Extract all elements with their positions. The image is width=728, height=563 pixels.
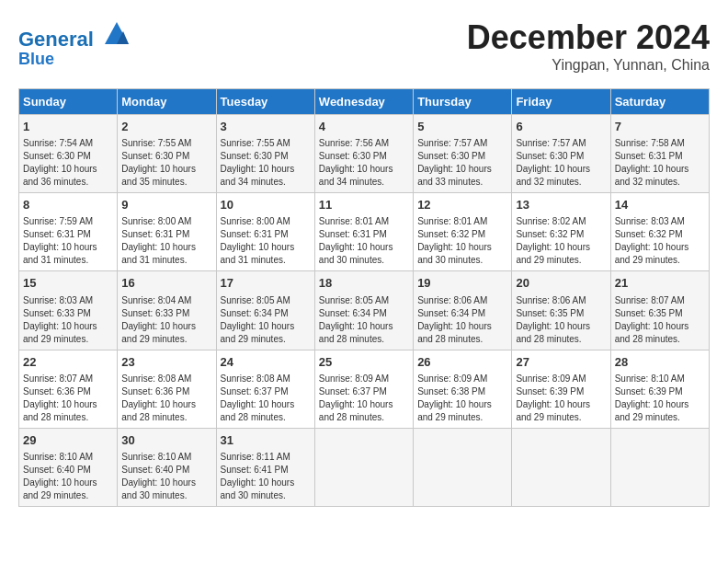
calendar-cell: 25Sunrise: 8:09 AM Sunset: 6:37 PM Dayli… [314, 350, 413, 428]
calendar-cell: 5Sunrise: 7:57 AM Sunset: 6:30 PM Daylig… [414, 115, 512, 193]
day-info: Sunrise: 8:01 AM Sunset: 6:31 PM Dayligh… [319, 215, 409, 267]
day-number: 24 [221, 354, 311, 371]
day-number: 8 [23, 197, 113, 213]
day-number: 18 [319, 275, 409, 292]
calendar-cell: 29Sunrise: 8:10 AM Sunset: 6:40 PM Dayli… [19, 428, 118, 506]
day-info: Sunrise: 8:00 AM Sunset: 6:31 PM Dayligh… [121, 215, 211, 267]
calendar-cell [512, 428, 610, 506]
day-number: 16 [121, 275, 211, 292]
day-info: Sunrise: 8:10 AM Sunset: 6:39 PM Dayligh… [615, 373, 705, 424]
calendar-cell: 28Sunrise: 8:10 AM Sunset: 6:39 PM Dayli… [610, 350, 709, 428]
month-title: December 2024 [467, 18, 710, 57]
day-info: Sunrise: 8:00 AM Sunset: 6:31 PM Dayligh… [221, 215, 311, 267]
calendar-cell: 13Sunrise: 8:02 AM Sunset: 6:32 PM Dayli… [512, 193, 610, 271]
calendar-cell: 31Sunrise: 8:11 AM Sunset: 6:41 PM Dayli… [216, 428, 314, 506]
day-number: 17 [221, 275, 311, 292]
day-info: Sunrise: 8:10 AM Sunset: 6:40 PM Dayligh… [23, 451, 113, 502]
weekday-header-monday: Monday [118, 89, 216, 115]
day-info: Sunrise: 8:01 AM Sunset: 6:32 PM Dayligh… [417, 215, 507, 267]
day-number: 22 [23, 354, 113, 371]
page-header: General Blue December 2024 Yingpan, Yunn… [18, 18, 710, 74]
day-info: Sunrise: 8:03 AM Sunset: 6:33 PM Dayligh… [23, 294, 113, 346]
logo-icon [103, 18, 131, 46]
calendar-cell: 27Sunrise: 8:09 AM Sunset: 6:39 PM Dayli… [512, 350, 610, 428]
calendar-cell: 10Sunrise: 8:00 AM Sunset: 6:31 PM Dayli… [216, 193, 314, 271]
calendar-cell: 4Sunrise: 7:56 AM Sunset: 6:30 PM Daylig… [314, 115, 413, 193]
calendar-cell: 1Sunrise: 7:54 AM Sunset: 6:30 PM Daylig… [19, 115, 118, 193]
day-number: 2 [121, 119, 211, 135]
calendar-cell [314, 428, 413, 506]
logo: General Blue [18, 18, 131, 69]
day-number: 3 [221, 119, 311, 135]
calendar-cell: 24Sunrise: 8:08 AM Sunset: 6:37 PM Dayli… [216, 350, 314, 428]
day-number: 9 [121, 197, 211, 213]
calendar-week-2: 8Sunrise: 7:59 AM Sunset: 6:31 PM Daylig… [19, 193, 710, 271]
day-info: Sunrise: 8:09 AM Sunset: 6:37 PM Dayligh… [319, 373, 409, 424]
day-number: 11 [319, 197, 409, 213]
weekday-header-saturday: Saturday [610, 89, 709, 115]
day-number: 14 [615, 197, 705, 213]
day-info: Sunrise: 8:06 AM Sunset: 6:34 PM Dayligh… [417, 294, 507, 346]
day-info: Sunrise: 7:55 AM Sunset: 6:30 PM Dayligh… [221, 137, 311, 189]
day-info: Sunrise: 8:08 AM Sunset: 6:36 PM Dayligh… [121, 373, 211, 424]
calendar-cell: 12Sunrise: 8:01 AM Sunset: 6:32 PM Dayli… [414, 193, 512, 271]
day-info: Sunrise: 8:09 AM Sunset: 6:38 PM Dayligh… [417, 373, 507, 424]
day-info: Sunrise: 8:04 AM Sunset: 6:33 PM Dayligh… [121, 294, 211, 346]
day-number: 5 [417, 119, 507, 135]
calendar-cell: 16Sunrise: 8:04 AM Sunset: 6:33 PM Dayli… [118, 271, 216, 350]
calendar-cell: 23Sunrise: 8:08 AM Sunset: 6:36 PM Dayli… [118, 350, 216, 428]
calendar-cell: 17Sunrise: 8:05 AM Sunset: 6:34 PM Dayli… [216, 271, 314, 350]
day-info: Sunrise: 7:56 AM Sunset: 6:30 PM Dayligh… [319, 137, 409, 189]
day-info: Sunrise: 8:09 AM Sunset: 6:39 PM Dayligh… [516, 373, 606, 424]
calendar-week-4: 22Sunrise: 8:07 AM Sunset: 6:36 PM Dayli… [19, 350, 710, 428]
calendar-cell: 30Sunrise: 8:10 AM Sunset: 6:40 PM Dayli… [118, 428, 216, 506]
day-info: Sunrise: 7:57 AM Sunset: 6:30 PM Dayligh… [516, 137, 606, 189]
calendar-cell: 21Sunrise: 8:07 AM Sunset: 6:35 PM Dayli… [610, 271, 709, 350]
day-info: Sunrise: 8:02 AM Sunset: 6:32 PM Dayligh… [516, 215, 606, 267]
day-info: Sunrise: 8:03 AM Sunset: 6:32 PM Dayligh… [615, 215, 705, 267]
day-info: Sunrise: 7:57 AM Sunset: 6:30 PM Dayligh… [417, 137, 507, 189]
calendar-cell: 20Sunrise: 8:06 AM Sunset: 6:35 PM Dayli… [512, 271, 610, 350]
logo-general: General [18, 28, 94, 51]
day-info: Sunrise: 7:54 AM Sunset: 6:30 PM Dayligh… [23, 137, 113, 189]
title-block: December 2024 Yingpan, Yunnan, China [467, 18, 710, 74]
calendar-cell: 22Sunrise: 8:07 AM Sunset: 6:36 PM Dayli… [19, 350, 118, 428]
day-info: Sunrise: 8:05 AM Sunset: 6:34 PM Dayligh… [319, 294, 409, 346]
day-info: Sunrise: 8:06 AM Sunset: 6:35 PM Dayligh… [516, 294, 606, 346]
calendar-cell [610, 428, 709, 506]
day-info: Sunrise: 7:58 AM Sunset: 6:31 PM Dayligh… [615, 137, 705, 189]
day-number: 29 [23, 432, 113, 449]
calendar-week-5: 29Sunrise: 8:10 AM Sunset: 6:40 PM Dayli… [19, 428, 710, 506]
day-number: 25 [319, 354, 409, 371]
day-info: Sunrise: 8:08 AM Sunset: 6:37 PM Dayligh… [221, 373, 311, 424]
calendar-cell: 2Sunrise: 7:55 AM Sunset: 6:30 PM Daylig… [118, 115, 216, 193]
calendar-cell: 7Sunrise: 7:58 AM Sunset: 6:31 PM Daylig… [610, 115, 709, 193]
calendar-cell: 9Sunrise: 8:00 AM Sunset: 6:31 PM Daylig… [118, 193, 216, 271]
weekday-header-row: SundayMondayTuesdayWednesdayThursdayFrid… [19, 89, 710, 115]
day-number: 15 [23, 275, 113, 292]
weekday-header-sunday: Sunday [19, 89, 118, 115]
day-number: 10 [221, 197, 311, 213]
weekday-header-friday: Friday [512, 89, 610, 115]
calendar-cell: 15Sunrise: 8:03 AM Sunset: 6:33 PM Dayli… [19, 271, 118, 350]
day-info: Sunrise: 8:11 AM Sunset: 6:41 PM Dayligh… [221, 451, 311, 502]
day-number: 1 [23, 119, 113, 135]
calendar-cell: 18Sunrise: 8:05 AM Sunset: 6:34 PM Dayli… [314, 271, 413, 350]
day-number: 31 [221, 432, 311, 449]
day-number: 7 [615, 119, 705, 135]
day-info: Sunrise: 7:55 AM Sunset: 6:30 PM Dayligh… [121, 137, 211, 189]
location: Yingpan, Yunnan, China [467, 57, 710, 74]
day-info: Sunrise: 8:07 AM Sunset: 6:36 PM Dayligh… [23, 373, 113, 424]
day-number: 21 [615, 275, 705, 292]
day-number: 27 [516, 354, 606, 371]
calendar-week-3: 15Sunrise: 8:03 AM Sunset: 6:33 PM Dayli… [19, 271, 710, 350]
day-info: Sunrise: 8:05 AM Sunset: 6:34 PM Dayligh… [221, 294, 311, 346]
calendar-week-1: 1Sunrise: 7:54 AM Sunset: 6:30 PM Daylig… [19, 115, 710, 193]
day-info: Sunrise: 8:10 AM Sunset: 6:40 PM Dayligh… [121, 451, 211, 502]
day-number: 12 [417, 197, 507, 213]
day-info: Sunrise: 8:07 AM Sunset: 6:35 PM Dayligh… [615, 294, 705, 346]
day-number: 6 [516, 119, 606, 135]
day-number: 20 [516, 275, 606, 292]
weekday-header-wednesday: Wednesday [314, 89, 413, 115]
calendar-cell [414, 428, 512, 506]
